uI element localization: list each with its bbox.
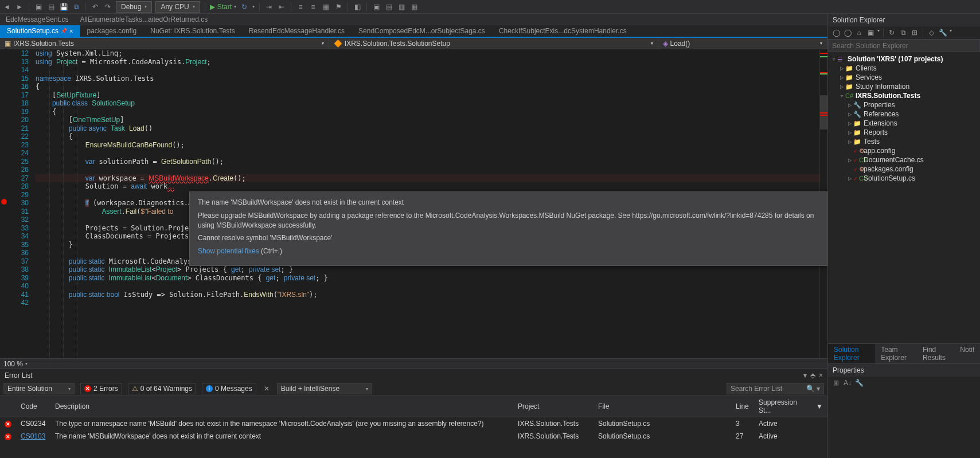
refresh-se-icon[interactable]: ↻ <box>887 28 896 37</box>
pin-icon[interactable]: 📌 <box>61 28 67 34</box>
zoom-level[interactable]: 100 % <box>3 360 23 368</box>
filter-icon[interactable]: ▼ <box>811 396 827 417</box>
show-fixes-link[interactable]: Show potential fixes <box>198 247 259 255</box>
col-supp[interactable]: Suppression St... <box>754 396 811 417</box>
tree-node[interactable]: ▿ C# IXRS.Solution.Tests <box>828 91 980 100</box>
sync-icon[interactable]: ⊞ <box>910 28 919 37</box>
se-toolbar: ◯ ◯ ⌂ ▣ ▾ ↻ ⧉ ⊞ ◇ 🔧 ▾ <box>828 26 980 40</box>
dropdown-icon[interactable]: ▾ <box>803 371 807 379</box>
tree-node[interactable]: ▷ 📁 Extensions <box>828 119 980 128</box>
undo-icon[interactable]: ↶ <box>91 2 100 11</box>
fwd-icon[interactable]: ◯ <box>843 28 852 37</box>
tree-node[interactable]: ▷ 📁 Services <box>828 73 980 82</box>
tab-solution-explorer[interactable]: Solution Explorer <box>828 344 875 363</box>
col-project[interactable]: Project <box>513 396 594 417</box>
ext1-icon[interactable]: ◧ <box>353 2 362 11</box>
open-icon[interactable]: ▤ <box>46 2 56 11</box>
save-icon[interactable]: 💾 <box>59 2 68 11</box>
error-row[interactable]: ✕ CS0234 The type or namespace name 'MSB… <box>0 417 827 430</box>
source-dropdown[interactable]: Build + IntelliSense▾ <box>277 383 372 394</box>
step-icon[interactable]: ⇥ <box>264 2 274 11</box>
error-row[interactable]: ✕ CS0103 The name 'MSBuildWorkspace' doe… <box>0 430 827 443</box>
tree-node[interactable]: ▷ 📁 Study Information <box>828 82 980 91</box>
tab-solutionsetup[interactable]: SolutionSetup.cs📌× <box>0 25 80 37</box>
tree-node[interactable]: ▷ 📁 Tests <box>828 137 980 146</box>
tooltip-line3: Cannot resolve symbol 'MSBuildWorkspace' <box>198 233 819 243</box>
tab-nuget[interactable]: NuGet: IXRS.Solution.Tests <box>143 25 241 37</box>
bookmark-icon[interactable]: ⚑ <box>334 2 343 11</box>
save-all-icon[interactable]: ⧉ <box>72 2 81 11</box>
ext2-icon[interactable]: ▣ <box>372 2 381 11</box>
solution-root[interactable]: ▿☰Solution 'IXRS' (107 projects) <box>828 54 980 64</box>
new-icon[interactable]: ▣ <box>34 2 43 11</box>
tree-node[interactable]: ⚙ app.config <box>828 146 980 155</box>
nav-project[interactable]: ▣IXRS.Solution.Tests▾ <box>0 38 329 49</box>
tooltip-line2: Please upgrade MSBuildWorkspace by addin… <box>198 211 819 230</box>
tab-allenumerable[interactable]: AllEnumerableTasks...aitedOrReturned.cs <box>74 14 213 25</box>
clear-icon[interactable]: ✕ <box>262 384 271 393</box>
back-icon[interactable]: ◯ <box>831 28 841 37</box>
zoom-bar: 100 %▾ <box>0 358 827 369</box>
comment-icon[interactable]: ▦ <box>321 2 330 11</box>
search-solution-explorer[interactable] <box>828 40 980 52</box>
collapse-icon[interactable]: ⧉ <box>899 28 908 37</box>
col-file[interactable]: File <box>594 396 731 417</box>
tree-node[interactable]: ▷ C# SolutionSetup.cs <box>828 174 980 183</box>
showall-icon[interactable]: ◇ <box>927 28 936 37</box>
tree-node[interactable]: ▷ 🔧 References <box>828 109 980 119</box>
tree-node[interactable]: ⚙ packages.config <box>828 165 980 174</box>
categorize-icon[interactable]: ⊞ <box>831 378 841 387</box>
tree-node[interactable]: ▷ 📁 Clients <box>828 64 980 73</box>
tab-notifications[interactable]: Notif <box>954 344 980 363</box>
nav-class[interactable]: 🔶IXRS.Solution.Tests.SolutionSetup▾ <box>329 38 658 49</box>
outdent-icon[interactable]: ≡ <box>309 2 318 11</box>
tree-node[interactable]: ▷ 📁 Reports <box>828 128 980 137</box>
tree-node[interactable]: ▷ C# DocumentCache.cs <box>828 155 980 165</box>
tab-checksubject[interactable]: CheckIfSubjectExis...dcSystemHandler.cs <box>492 25 634 37</box>
platform-dropdown[interactable]: Any CPU▾ <box>155 1 200 13</box>
tab-find-results[interactable]: Find Results <box>917 344 954 363</box>
nav-member[interactable]: ◈Load()▾ <box>658 38 827 49</box>
error-list-title: Error List ▾ ⬘ × <box>0 369 827 382</box>
tree-node[interactable]: ▷ 🔧 Properties <box>828 100 980 109</box>
start-button[interactable]: ▶ Start ▾ <box>210 3 236 11</box>
redo-icon[interactable]: ↷ <box>103 2 112 11</box>
indent-icon[interactable]: ≡ <box>296 2 305 11</box>
ext3-icon[interactable]: ▤ <box>384 2 393 11</box>
config-dropdown[interactable]: Debug▾ <box>116 1 152 13</box>
col-code[interactable]: Code <box>16 396 50 417</box>
solution-explorer-header: Solution Explorer <box>828 14 980 26</box>
tab-team-explorer[interactable]: Team Explorer <box>875 344 917 363</box>
document-tabs: SolutionSetup.cs📌× packages.config NuGet… <box>0 25 827 38</box>
scope-icon[interactable]: ▣ <box>866 28 875 37</box>
warnings-filter[interactable]: ⚠0 of 64 Warnings <box>128 383 196 394</box>
ext4-icon[interactable]: ▥ <box>397 2 406 11</box>
errors-filter[interactable]: ✕2 Errors <box>80 383 122 394</box>
solution-tree[interactable]: ▿☰Solution 'IXRS' (107 projects) ▷ 📁 Cli… <box>828 52 980 343</box>
props-icon[interactable]: 🔧 <box>938 28 947 37</box>
tab-edcmessagesent[interactable]: EdcMessageSent.cs <box>0 14 74 25</box>
pin-panel-icon[interactable]: ⬘ <box>810 371 815 379</box>
code-editor[interactable]: 1213141516171819202122232425262728293031… <box>0 49 827 358</box>
close-panel-icon[interactable]: × <box>819 371 823 379</box>
alpha-icon[interactable]: A↓ <box>843 378 852 387</box>
close-icon[interactable]: × <box>69 28 73 34</box>
tab-resend[interactable]: ResendEdcMessageHandler.cs <box>242 25 352 37</box>
wrench-icon[interactable]: 🔧 <box>854 378 864 387</box>
scope-dropdown[interactable]: Entire Solution▾ <box>3 383 75 394</box>
refresh-icon[interactable]: ↻ <box>240 2 249 11</box>
nav-back-icon[interactable]: ◄ <box>2 2 11 11</box>
error-grid[interactable]: Code Description Project File Line Suppr… <box>0 396 827 458</box>
messages-filter[interactable]: i0 Messages <box>202 383 256 394</box>
home-icon[interactable]: ⌂ <box>854 28 864 37</box>
ext5-icon[interactable]: ▦ <box>409 2 419 11</box>
error-search[interactable]: Search Error List🔍 ▾ <box>727 383 824 394</box>
col-desc[interactable]: Description <box>50 396 513 417</box>
nav-fwd-icon[interactable]: ► <box>15 2 24 11</box>
step2-icon[interactable]: ⇤ <box>277 2 286 11</box>
error-tooltip: The name 'MSBuildWorkspace' does not exi… <box>189 191 827 266</box>
col-line[interactable]: Line <box>731 396 754 417</box>
navigation-bar: ▣IXRS.Solution.Tests▾ 🔶IXRS.Solution.Tes… <box>0 38 827 49</box>
tab-sendcomposed[interactable]: SendComposedEdcM...orSubjectSaga.cs <box>352 25 492 37</box>
tab-packagesconfig[interactable]: packages.config <box>80 25 144 37</box>
